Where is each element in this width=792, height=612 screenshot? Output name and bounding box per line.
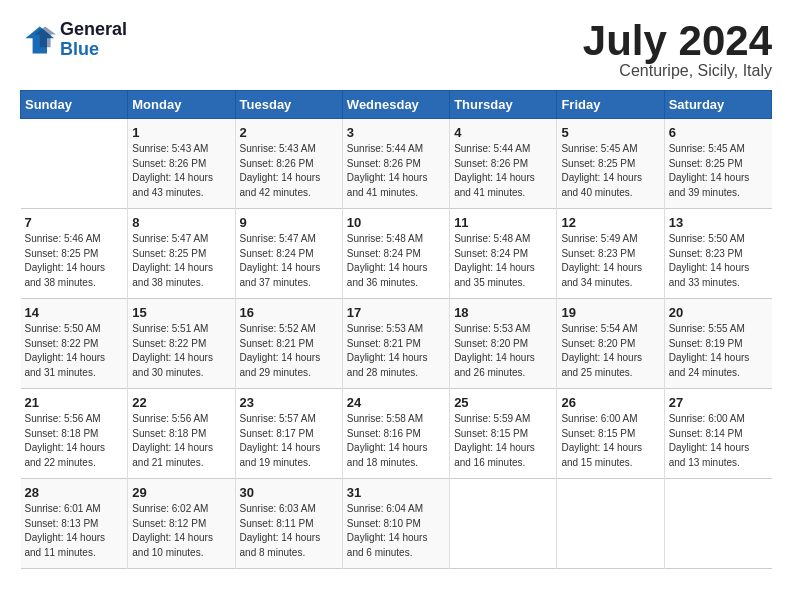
day-number: 10	[347, 215, 445, 230]
calendar-cell: 22Sunrise: 5:56 AM Sunset: 8:18 PM Dayli…	[128, 389, 235, 479]
day-info: Sunrise: 5:45 AM Sunset: 8:25 PM Dayligh…	[669, 142, 768, 200]
day-info: Sunrise: 6:01 AM Sunset: 8:13 PM Dayligh…	[25, 502, 124, 560]
calendar-week-row: 14Sunrise: 5:50 AM Sunset: 8:22 PM Dayli…	[21, 299, 772, 389]
day-info: Sunrise: 5:54 AM Sunset: 8:20 PM Dayligh…	[561, 322, 659, 380]
logo-general: General	[60, 20, 127, 40]
day-info: Sunrise: 5:55 AM Sunset: 8:19 PM Dayligh…	[669, 322, 768, 380]
calendar-cell: 19Sunrise: 5:54 AM Sunset: 8:20 PM Dayli…	[557, 299, 664, 389]
day-info: Sunrise: 5:50 AM Sunset: 8:22 PM Dayligh…	[25, 322, 124, 380]
day-number: 4	[454, 125, 552, 140]
day-info: Sunrise: 5:50 AM Sunset: 8:23 PM Dayligh…	[669, 232, 768, 290]
day-number: 5	[561, 125, 659, 140]
day-number: 2	[240, 125, 338, 140]
day-info: Sunrise: 5:57 AM Sunset: 8:17 PM Dayligh…	[240, 412, 338, 470]
month-title: July 2024	[583, 20, 772, 62]
day-number: 8	[132, 215, 230, 230]
day-number: 7	[25, 215, 124, 230]
day-number: 22	[132, 395, 230, 410]
day-info: Sunrise: 5:43 AM Sunset: 8:26 PM Dayligh…	[240, 142, 338, 200]
day-info: Sunrise: 5:44 AM Sunset: 8:26 PM Dayligh…	[454, 142, 552, 200]
day-number: 20	[669, 305, 768, 320]
day-info: Sunrise: 5:52 AM Sunset: 8:21 PM Dayligh…	[240, 322, 338, 380]
calendar-cell: 17Sunrise: 5:53 AM Sunset: 8:21 PM Dayli…	[342, 299, 449, 389]
calendar-cell: 13Sunrise: 5:50 AM Sunset: 8:23 PM Dayli…	[664, 209, 771, 299]
calendar-cell: 31Sunrise: 6:04 AM Sunset: 8:10 PM Dayli…	[342, 479, 449, 569]
day-number: 1	[132, 125, 230, 140]
calendar-cell: 15Sunrise: 5:51 AM Sunset: 8:22 PM Dayli…	[128, 299, 235, 389]
weekday-header: Sunday	[21, 91, 128, 119]
day-info: Sunrise: 5:56 AM Sunset: 8:18 PM Dayligh…	[25, 412, 124, 470]
day-info: Sunrise: 6:00 AM Sunset: 8:15 PM Dayligh…	[561, 412, 659, 470]
day-number: 9	[240, 215, 338, 230]
day-number: 12	[561, 215, 659, 230]
calendar-cell: 8Sunrise: 5:47 AM Sunset: 8:25 PM Daylig…	[128, 209, 235, 299]
day-info: Sunrise: 5:56 AM Sunset: 8:18 PM Dayligh…	[132, 412, 230, 470]
day-number: 17	[347, 305, 445, 320]
weekday-header: Monday	[128, 91, 235, 119]
day-info: Sunrise: 6:04 AM Sunset: 8:10 PM Dayligh…	[347, 502, 445, 560]
day-info: Sunrise: 5:49 AM Sunset: 8:23 PM Dayligh…	[561, 232, 659, 290]
day-info: Sunrise: 5:59 AM Sunset: 8:15 PM Dayligh…	[454, 412, 552, 470]
calendar-cell: 7Sunrise: 5:46 AM Sunset: 8:25 PM Daylig…	[21, 209, 128, 299]
calendar-cell: 24Sunrise: 5:58 AM Sunset: 8:16 PM Dayli…	[342, 389, 449, 479]
page-header: General Blue July 2024 Centuripe, Sicily…	[20, 20, 772, 80]
logo-icon	[20, 22, 56, 58]
day-info: Sunrise: 6:03 AM Sunset: 8:11 PM Dayligh…	[240, 502, 338, 560]
calendar-cell	[450, 479, 557, 569]
location: Centuripe, Sicily, Italy	[583, 62, 772, 80]
day-info: Sunrise: 5:58 AM Sunset: 8:16 PM Dayligh…	[347, 412, 445, 470]
calendar-cell: 29Sunrise: 6:02 AM Sunset: 8:12 PM Dayli…	[128, 479, 235, 569]
day-info: Sunrise: 5:44 AM Sunset: 8:26 PM Dayligh…	[347, 142, 445, 200]
weekday-header: Saturday	[664, 91, 771, 119]
day-info: Sunrise: 5:47 AM Sunset: 8:24 PM Dayligh…	[240, 232, 338, 290]
day-number: 21	[25, 395, 124, 410]
calendar-cell: 4Sunrise: 5:44 AM Sunset: 8:26 PM Daylig…	[450, 119, 557, 209]
day-number: 31	[347, 485, 445, 500]
calendar-cell: 20Sunrise: 5:55 AM Sunset: 8:19 PM Dayli…	[664, 299, 771, 389]
day-number: 3	[347, 125, 445, 140]
day-number: 26	[561, 395, 659, 410]
day-number: 11	[454, 215, 552, 230]
calendar-cell: 3Sunrise: 5:44 AM Sunset: 8:26 PM Daylig…	[342, 119, 449, 209]
calendar-cell: 25Sunrise: 5:59 AM Sunset: 8:15 PM Dayli…	[450, 389, 557, 479]
calendar-cell: 2Sunrise: 5:43 AM Sunset: 8:26 PM Daylig…	[235, 119, 342, 209]
calendar-cell: 16Sunrise: 5:52 AM Sunset: 8:21 PM Dayli…	[235, 299, 342, 389]
calendar-cell: 9Sunrise: 5:47 AM Sunset: 8:24 PM Daylig…	[235, 209, 342, 299]
calendar-cell	[21, 119, 128, 209]
calendar-cell: 11Sunrise: 5:48 AM Sunset: 8:24 PM Dayli…	[450, 209, 557, 299]
title-block: July 2024 Centuripe, Sicily, Italy	[583, 20, 772, 80]
weekday-header: Tuesday	[235, 91, 342, 119]
calendar-cell: 14Sunrise: 5:50 AM Sunset: 8:22 PM Dayli…	[21, 299, 128, 389]
day-number: 30	[240, 485, 338, 500]
day-number: 6	[669, 125, 768, 140]
day-number: 24	[347, 395, 445, 410]
calendar-cell: 21Sunrise: 5:56 AM Sunset: 8:18 PM Dayli…	[21, 389, 128, 479]
weekday-header: Wednesday	[342, 91, 449, 119]
calendar-cell	[557, 479, 664, 569]
day-info: Sunrise: 5:47 AM Sunset: 8:25 PM Dayligh…	[132, 232, 230, 290]
day-info: Sunrise: 5:48 AM Sunset: 8:24 PM Dayligh…	[347, 232, 445, 290]
calendar-week-row: 21Sunrise: 5:56 AM Sunset: 8:18 PM Dayli…	[21, 389, 772, 479]
day-number: 29	[132, 485, 230, 500]
weekday-header: Friday	[557, 91, 664, 119]
day-number: 13	[669, 215, 768, 230]
calendar-cell	[664, 479, 771, 569]
calendar-cell: 5Sunrise: 5:45 AM Sunset: 8:25 PM Daylig…	[557, 119, 664, 209]
day-number: 28	[25, 485, 124, 500]
calendar-cell: 6Sunrise: 5:45 AM Sunset: 8:25 PM Daylig…	[664, 119, 771, 209]
calendar-cell: 18Sunrise: 5:53 AM Sunset: 8:20 PM Dayli…	[450, 299, 557, 389]
calendar-cell: 12Sunrise: 5:49 AM Sunset: 8:23 PM Dayli…	[557, 209, 664, 299]
day-info: Sunrise: 6:02 AM Sunset: 8:12 PM Dayligh…	[132, 502, 230, 560]
day-info: Sunrise: 5:48 AM Sunset: 8:24 PM Dayligh…	[454, 232, 552, 290]
day-info: Sunrise: 5:51 AM Sunset: 8:22 PM Dayligh…	[132, 322, 230, 380]
day-number: 15	[132, 305, 230, 320]
day-number: 14	[25, 305, 124, 320]
day-number: 23	[240, 395, 338, 410]
day-number: 27	[669, 395, 768, 410]
day-info: Sunrise: 5:43 AM Sunset: 8:26 PM Dayligh…	[132, 142, 230, 200]
weekday-header: Thursday	[450, 91, 557, 119]
day-info: Sunrise: 5:45 AM Sunset: 8:25 PM Dayligh…	[561, 142, 659, 200]
calendar-week-row: 28Sunrise: 6:01 AM Sunset: 8:13 PM Dayli…	[21, 479, 772, 569]
calendar-cell: 26Sunrise: 6:00 AM Sunset: 8:15 PM Dayli…	[557, 389, 664, 479]
day-info: Sunrise: 5:53 AM Sunset: 8:20 PM Dayligh…	[454, 322, 552, 380]
